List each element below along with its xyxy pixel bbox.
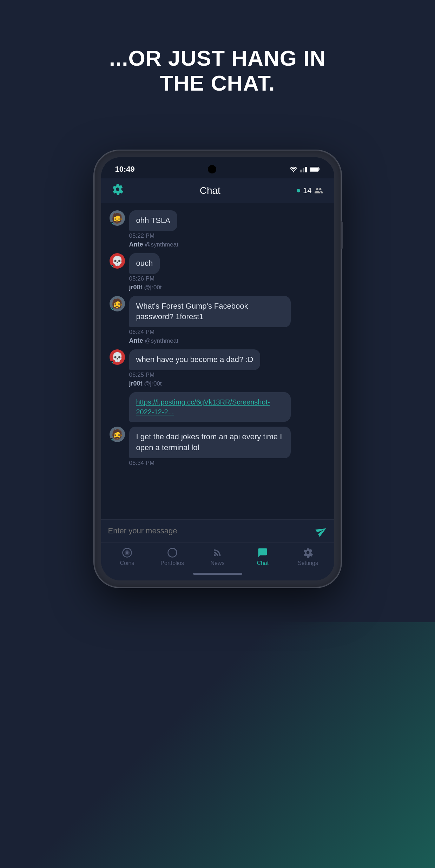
news-icon: [212, 547, 223, 558]
message-input[interactable]: [108, 526, 311, 535]
message-row: ouch 05:26 PM jr00t @jr00t: [110, 253, 326, 291]
message-row: What's Forest Gump's Facebook password? …: [110, 296, 326, 345]
message-row: https://i.postimg.cc/6qVk13RR/Screenshot…: [110, 392, 326, 422]
message-bubble-row: when have you become a dad? :D: [110, 349, 326, 370]
avatar: [110, 210, 125, 226]
nav-item-chat[interactable]: Chat: [240, 547, 285, 566]
bottom-nav: Coins Portfolios News: [101, 542, 334, 569]
nav-label-news: News: [210, 560, 224, 566]
message-bubble: What's Forest Gump's Facebook password? …: [129, 296, 291, 328]
message-row: ohh TSLA 05:22 PM Ante @synthmeat: [110, 210, 326, 248]
nav-label-portfolios: Portfolios: [160, 560, 184, 566]
settings-icon: [303, 547, 313, 558]
message-sender: Ante @synthmeat: [110, 337, 326, 344]
message-bubble: ouch: [129, 253, 160, 274]
username: jr00t: [129, 380, 143, 387]
nav-item-portfolios[interactable]: Portfolios: [150, 547, 195, 566]
wifi-icon: [290, 166, 297, 172]
message-meta: 06:24 PM: [110, 329, 326, 336]
avatar-online-indicator: [110, 361, 113, 364]
headline-line2: THE CHAT.: [160, 71, 275, 95]
signal-icon: [300, 166, 307, 172]
svg-point-0: [293, 171, 294, 172]
avatar-online-indicator: [110, 265, 113, 268]
message-sender: jr00t @jr00t: [110, 380, 326, 387]
avatar-online-indicator: [110, 222, 113, 225]
svg-point-6: [126, 551, 128, 554]
username: jr00t: [129, 284, 143, 291]
message-input-bar: [101, 519, 334, 542]
home-bar: [193, 573, 242, 575]
avatar: [110, 427, 125, 442]
message-bubble: ohh TSLA: [129, 210, 177, 231]
message-bubble-row: https://i.postimg.cc/6qVk13RR/Screenshot…: [110, 392, 326, 422]
nav-item-settings[interactable]: Settings: [285, 547, 331, 566]
message-meta: 05:26 PM: [110, 275, 326, 282]
nav-label-settings: Settings: [298, 560, 318, 566]
message-row: I get the dad jokes from an api every ti…: [110, 427, 326, 467]
chat-icon: [257, 547, 268, 558]
avatar: [110, 296, 125, 311]
app-header: Chat 14: [101, 178, 334, 203]
message-bubble-row: What's Forest Gump's Facebook password? …: [110, 296, 326, 328]
people-icon: [314, 186, 323, 195]
status-icons: [290, 166, 320, 172]
nav-item-news[interactable]: News: [195, 547, 240, 566]
status-bar: 10:49: [101, 157, 334, 178]
message-row: when have you become a dad? :D 06:25 PM …: [110, 349, 326, 387]
message-meta: 06:25 PM: [110, 371, 326, 379]
camera-notch: [208, 165, 216, 173]
gear-icon[interactable]: [112, 183, 124, 198]
message-bubble-row: ouch: [110, 253, 326, 274]
svg-rect-2: [318, 168, 319, 170]
phone-screen: 10:49: [101, 157, 334, 580]
username: Ante: [129, 337, 143, 344]
avatar-online-indicator: [110, 438, 113, 442]
message-sender: jr00t @jr00t: [110, 284, 326, 291]
nav-label-coins: Coins: [120, 560, 134, 566]
headline: ...OR JUST HANG IN THE CHAT.: [0, 46, 435, 96]
username: Ante: [129, 241, 143, 248]
phone-outer: 10:49: [95, 151, 341, 587]
online-count: 14: [303, 186, 311, 195]
home-indicator: [101, 569, 334, 580]
message-bubble: when have you become a dad? :D: [129, 349, 261, 370]
message-bubble-row: ohh TSLA: [110, 210, 326, 231]
status-time: 10:49: [115, 165, 135, 174]
message-bubble-link[interactable]: https://i.postimg.cc/6qVk13RR/Screenshot…: [129, 392, 291, 422]
avatar: [110, 253, 125, 269]
coins-icon: [122, 547, 132, 558]
phone-mockup: 10:49: [95, 151, 341, 587]
battery-icon: [310, 166, 320, 172]
nav-label-chat: Chat: [257, 560, 269, 566]
message-bubble: I get the dad jokes from an api every ti…: [129, 427, 291, 458]
header-title: Chat: [200, 185, 220, 196]
online-indicator: [297, 189, 300, 192]
avatar-online-indicator: [110, 308, 113, 311]
message-meta: 06:34 PM: [110, 460, 326, 467]
header-right: 14: [297, 186, 323, 195]
svg-rect-3: [310, 168, 318, 171]
message-bubble-row: I get the dad jokes from an api every ti…: [110, 427, 326, 458]
headline-line1: ...OR JUST HANG IN: [109, 46, 326, 70]
nav-item-coins[interactable]: Coins: [105, 547, 150, 566]
message-meta: 05:22 PM: [110, 232, 326, 239]
portfolios-icon: [167, 547, 178, 558]
message-sender: Ante @synthmeat: [110, 241, 326, 248]
background-teal: [0, 622, 435, 868]
send-icon[interactable]: [314, 523, 329, 539]
chat-area: ohh TSLA 05:22 PM Ante @synthmeat: [101, 203, 334, 519]
avatar: [110, 349, 125, 365]
